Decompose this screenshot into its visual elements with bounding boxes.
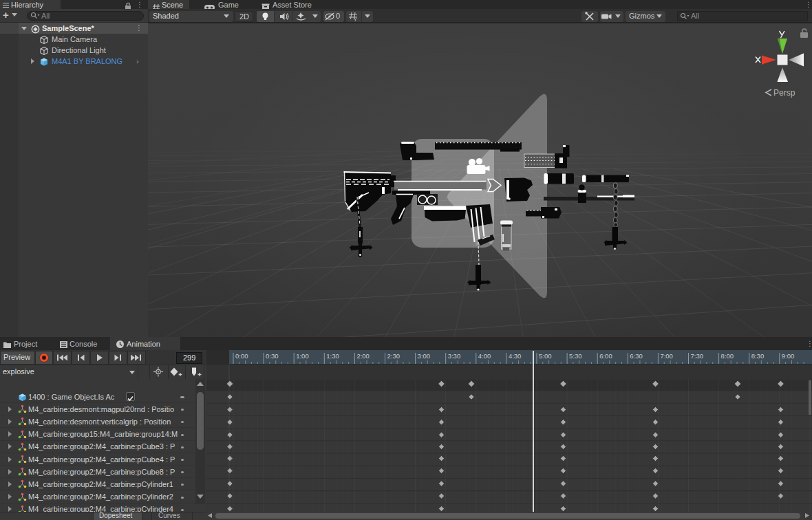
svg-text:Y: Y — [354, 17, 357, 21]
svg-text:4:30: 4:30 — [509, 352, 522, 360]
svg-text:6:30: 6:30 — [630, 352, 643, 360]
svg-text:7:30: 7:30 — [691, 352, 704, 360]
svg-text:Persp: Persp — [773, 88, 795, 98]
svg-text:5:30: 5:30 — [569, 352, 582, 360]
svg-text:0:30: 0:30 — [266, 352, 279, 360]
svg-text:2:30: 2:30 — [387, 352, 400, 360]
svg-text:5:00: 5:00 — [539, 352, 552, 360]
svg-text:8:30: 8:30 — [751, 352, 765, 360]
svg-text:1:30: 1:30 — [326, 352, 339, 360]
svg-text:3:30: 3:30 — [448, 352, 461, 360]
svg-text:3:00: 3:00 — [418, 352, 431, 360]
svg-text:2:00: 2:00 — [356, 352, 370, 360]
svg-text:7:00: 7:00 — [660, 352, 673, 360]
svg-text:9:00: 9:00 — [782, 352, 795, 360]
svg-text:8:00: 8:00 — [721, 352, 734, 360]
svg-text:0:00: 0:00 — [235, 352, 248, 360]
svg-text:6:00: 6:00 — [599, 352, 612, 360]
svg-text:4:00: 4:00 — [478, 352, 491, 360]
svg-text:1:00: 1:00 — [296, 352, 309, 360]
